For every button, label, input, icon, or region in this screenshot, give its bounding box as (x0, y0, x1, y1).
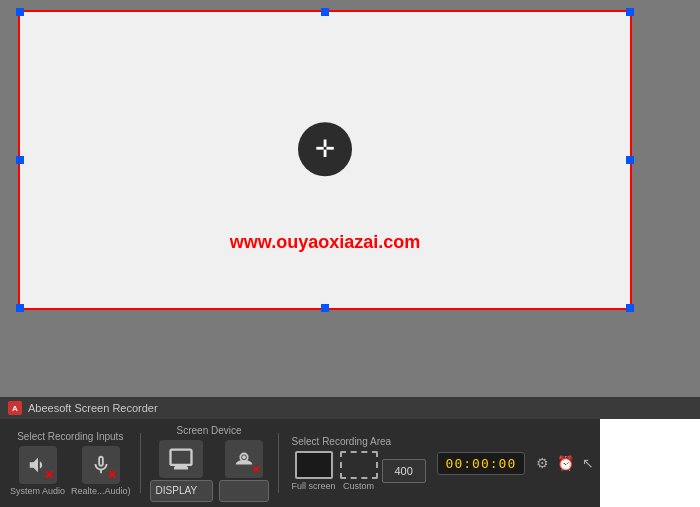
monitor-icon (167, 445, 195, 473)
custom-area-icon (340, 451, 378, 479)
move-cursor-handle[interactable]: ✛ (298, 122, 352, 176)
settings-icons: ⚙ ⏰ ↖ (536, 455, 594, 471)
controls-bar: Select Recording Inputs ✕ System Audio (0, 419, 700, 507)
handle-middle-left[interactable] (16, 156, 24, 164)
handle-bottom-center[interactable] (321, 304, 329, 312)
recording-area-section: Select Recording Area Full screen Custom (292, 436, 426, 491)
monitor-icon-wrap (159, 440, 203, 478)
recording-inputs-content: ✕ System Audio ✕ Realte...Audio) (10, 446, 131, 496)
cursor-icon[interactable]: ↖ (582, 455, 594, 471)
display-device: DISPLAY (150, 440, 213, 502)
realtek-audio-button[interactable]: ✕ Realte...Audio) (71, 446, 131, 496)
watermark-text: www.ouyaoxiazai.com (230, 232, 420, 253)
width-input[interactable] (382, 459, 426, 483)
realtek-audio-icon-wrap: ✕ (82, 446, 120, 484)
system-audio-icon-wrap: ✕ (19, 446, 57, 484)
recording-inputs-section: Select Recording Inputs ✕ System Audio (10, 431, 131, 496)
realtek-audio-mute-icon: ✕ (107, 469, 117, 481)
fullscreen-button[interactable]: Full screen (292, 451, 336, 491)
fullscreen-icon (295, 451, 333, 479)
realtek-audio-label: Realte...Audio) (71, 486, 131, 496)
fullscreen-label: Full screen (292, 481, 336, 491)
recording-area-label: Select Recording Area (292, 436, 392, 447)
handle-top-left[interactable] (16, 8, 24, 16)
screen-device-section: Screen Device DISPLAY (150, 425, 269, 502)
handle-top-center[interactable] (321, 8, 329, 16)
recording-area-buttons: Full screen Custom (292, 451, 426, 491)
app-title: Abeesoft Screen Recorder (28, 402, 158, 414)
recording-inputs-label: Select Recording Inputs (17, 431, 123, 442)
handle-middle-right[interactable] (626, 156, 634, 164)
white-corner-overlay (600, 419, 700, 507)
webcam-dropdown[interactable] (219, 480, 269, 502)
custom-button[interactable]: Custom (340, 451, 378, 491)
webcam-icon-wrap: ✕ (225, 440, 263, 478)
timer-display: 00:00:00 (437, 452, 526, 475)
system-audio-mute-icon: ✕ (44, 469, 54, 481)
handle-top-right[interactable] (626, 8, 634, 16)
gear-icon[interactable]: ⚙ (536, 455, 549, 471)
handle-bottom-left[interactable] (16, 304, 24, 312)
system-audio-button[interactable]: ✕ System Audio (10, 446, 65, 496)
app-logo: A (8, 401, 22, 415)
title-bar: A Abeesoft Screen Recorder (0, 397, 700, 419)
move-arrows-icon: ✛ (315, 137, 335, 161)
toolbar: A Abeesoft Screen Recorder Select Record… (0, 397, 700, 507)
divider-1 (140, 433, 141, 493)
screen-device-label: Screen Device (177, 425, 242, 436)
display-dropdown[interactable]: DISPLAY (150, 480, 213, 502)
webcam-x-icon: ✕ (252, 464, 260, 475)
handle-bottom-right[interactable] (626, 304, 634, 312)
system-audio-label: System Audio (10, 486, 65, 496)
alarm-icon[interactable]: ⏰ (557, 455, 574, 471)
display-dropdown-wrap: DISPLAY (150, 480, 213, 502)
svg-point-1 (242, 455, 246, 459)
webcam-device: ✕ (219, 440, 269, 502)
recording-area: ✛ www.ouyaoxiazai.com (18, 10, 632, 310)
app-logo-letter: A (12, 404, 18, 413)
screen-device-content: DISPLAY ✕ (150, 440, 269, 502)
custom-label: Custom (343, 481, 374, 491)
webcam-dropdown-wrap (219, 480, 269, 502)
divider-2 (278, 433, 279, 493)
